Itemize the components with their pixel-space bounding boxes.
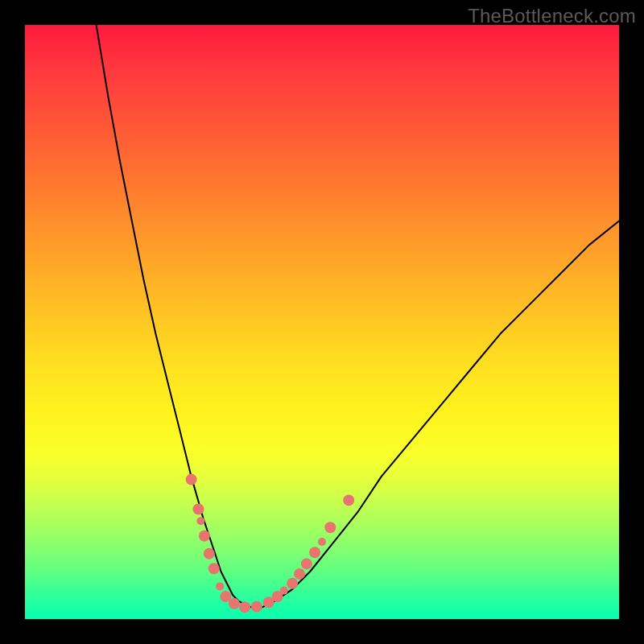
- svg-point-13: [280, 587, 288, 595]
- chart-frame: TheBottleneck.com: [0, 0, 644, 644]
- svg-point-15: [294, 568, 305, 580]
- svg-point-17: [309, 547, 320, 558]
- svg-point-4: [204, 548, 215, 559]
- plot-area: [25, 25, 619, 619]
- svg-point-0: [186, 474, 197, 485]
- svg-point-1: [193, 504, 204, 515]
- svg-point-10: [251, 601, 262, 613]
- svg-point-16: [301, 558, 312, 569]
- curve-line: [97, 25, 619, 607]
- svg-point-20: [343, 494, 354, 506]
- svg-point-9: [239, 601, 250, 613]
- svg-point-14: [287, 578, 298, 589]
- svg-point-18: [318, 538, 326, 546]
- watermark-text: TheBottleneck.com: [468, 5, 636, 27]
- svg-point-5: [208, 563, 220, 574]
- chart-svg: [25, 25, 619, 619]
- svg-point-19: [324, 522, 336, 533]
- svg-point-3: [199, 530, 210, 542]
- svg-point-6: [216, 582, 224, 590]
- svg-point-8: [229, 598, 240, 609]
- svg-point-2: [196, 517, 204, 525]
